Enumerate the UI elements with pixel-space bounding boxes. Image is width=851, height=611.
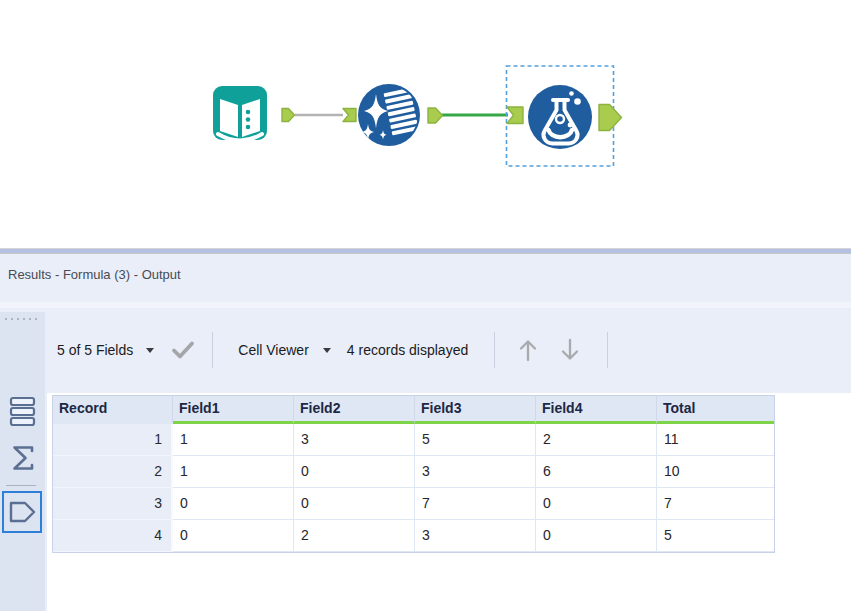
panel-drag-handle[interactable] (5, 318, 37, 320)
table-cell[interactable]: 0 (536, 520, 657, 552)
metadata-view-button[interactable] (6, 442, 40, 474)
text-input-tool[interactable] (213, 86, 295, 141)
cell-viewer-label: Cell Viewer (238, 342, 309, 358)
cell-viewer-dropdown[interactable]: Cell Viewer (238, 342, 331, 358)
results-panel-title: Results - Formula (3) - Output (8, 267, 181, 282)
records-view-button[interactable] (6, 396, 40, 428)
table-cell[interactable]: 0 (536, 488, 657, 520)
table-cell[interactable]: 1 (173, 424, 294, 456)
arrow-up-icon (517, 337, 539, 363)
table-cell[interactable]: 6 (536, 456, 657, 488)
table-cell[interactable]: 1 (173, 456, 294, 488)
record-number-cell[interactable]: 2 (53, 456, 173, 488)
table-cell[interactable]: 2 (536, 424, 657, 456)
table-cell[interactable]: 5 (657, 520, 774, 552)
title-separator (0, 302, 851, 308)
table-cell[interactable]: 0 (294, 456, 415, 488)
column-header[interactable]: Field2 (294, 396, 415, 424)
data-cleansing-tool[interactable] (343, 84, 443, 146)
record-number-cell[interactable]: 1 (53, 424, 173, 456)
results-panel: Results - Formula (3) - Output 5 of 5 Fi… (0, 254, 851, 611)
column-header[interactable]: Total (657, 396, 774, 424)
table-cell[interactable]: 10 (657, 456, 774, 488)
output-anchor[interactable] (282, 109, 295, 122)
input-anchor[interactable] (343, 109, 356, 122)
apply-button[interactable] (170, 340, 196, 360)
table-cell[interactable]: 7 (415, 488, 536, 520)
results-toolbar: 5 of 5 Fields Cell Viewer 4 records disp… (47, 326, 851, 374)
output-anchor-icon (5, 495, 39, 529)
record-number-cell[interactable]: 4 (53, 520, 173, 552)
column-header[interactable]: Field1 (173, 396, 294, 424)
fields-dropdown-label: 5 of 5 Fields (57, 342, 133, 358)
table-cell[interactable]: 11 (657, 424, 774, 456)
column-header[interactable]: Record (53, 396, 173, 424)
workflow-diagram (180, 50, 640, 190)
output-anchor[interactable] (428, 108, 443, 123)
chevron-down-icon (323, 348, 331, 353)
toolbar-separator (494, 332, 495, 368)
column-header[interactable]: Field3 (415, 396, 536, 424)
formula-tool[interactable] (507, 85, 622, 149)
column-header[interactable]: Field4 (536, 396, 657, 424)
table-cell[interactable]: 0 (173, 488, 294, 520)
table-cell[interactable]: 7 (657, 488, 774, 520)
input-anchor[interactable] (507, 107, 523, 124)
results-sidebar (0, 312, 46, 611)
table-cell[interactable]: 3 (294, 424, 415, 456)
output-anchor[interactable] (599, 105, 622, 131)
table-cell[interactable]: 0 (173, 520, 294, 552)
checkmark-icon (170, 340, 196, 360)
table-cell[interactable]: 5 (415, 424, 536, 456)
chevron-down-icon (146, 348, 154, 353)
scroll-up-button[interactable] (517, 337, 539, 363)
arrow-down-icon (559, 337, 581, 363)
records-status: 4 records displayed (347, 342, 468, 358)
output-anchor-view-button[interactable] (2, 491, 42, 533)
toolbar-separator (212, 332, 213, 368)
table-cell[interactable]: 3 (415, 520, 536, 552)
workflow-canvas[interactable] (0, 0, 851, 248)
table-cell[interactable]: 2 (294, 520, 415, 552)
records-view-icon (8, 396, 38, 428)
sigma-icon (8, 443, 38, 473)
toolbar-separator (607, 332, 608, 368)
fields-dropdown[interactable]: 5 of 5 Fields (57, 342, 154, 358)
table-cell[interactable]: 0 (294, 488, 415, 520)
results-table: RecordField1Field2Field3Field4Total 1 1 … (52, 395, 775, 553)
sidebar-separator (6, 485, 36, 486)
record-number-cell[interactable]: 3 (53, 488, 173, 520)
scroll-down-button[interactable] (559, 337, 581, 363)
table-cell[interactable]: 3 (415, 456, 536, 488)
